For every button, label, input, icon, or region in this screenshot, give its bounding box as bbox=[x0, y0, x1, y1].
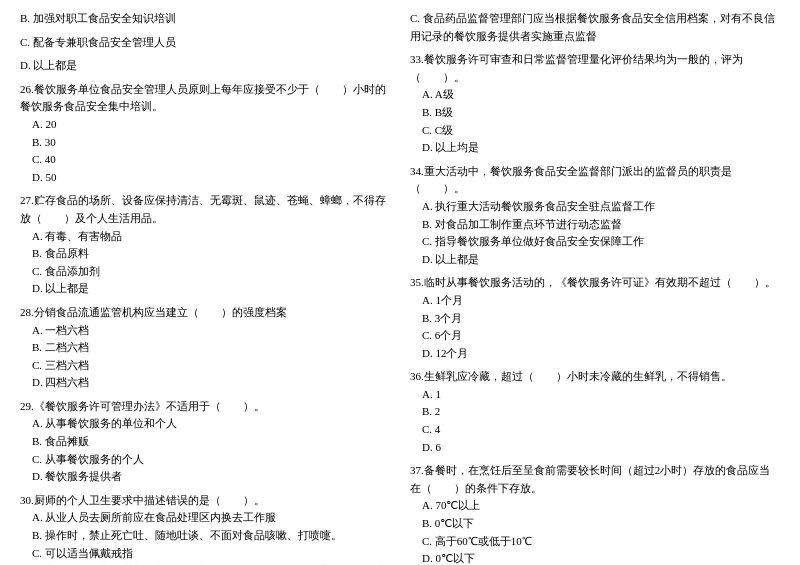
q36-options: A. 1 B. 2 C. 4 D. 6 bbox=[410, 386, 780, 456]
q34-opt-d: D. 以上都是 bbox=[422, 251, 780, 269]
question-27: 27.贮存食品的场所、设备应保持清洁、无霉斑、鼠迹、苍蝇、蟑螂，不得存放（ ）及… bbox=[20, 192, 390, 298]
q29-options: A. 从事餐饮服务的单位和个人 B. 食品摊贩 C. 从事餐饮服务的个人 D. … bbox=[20, 415, 390, 485]
q33-opt-c: C. C级 bbox=[422, 122, 780, 140]
continuation-b-content: 加强对职工食品安全知识培训 bbox=[33, 12, 176, 24]
q27-opt-c: C. 食品添加剂 bbox=[32, 263, 390, 281]
q35-opt-b: B. 3个月 bbox=[422, 310, 780, 328]
q26-opt-b: B. 30 bbox=[32, 134, 390, 152]
q28-text: 28.分销食品流通监管机构应当建立（ ）的强度档案 bbox=[20, 304, 390, 322]
q37-opt-d: D. 0℃以下 bbox=[422, 550, 780, 565]
q36-opt-d: D. 6 bbox=[422, 439, 780, 457]
q36-opt-b: B. 2 bbox=[422, 403, 780, 421]
q33-opt-d: D. 以上均是 bbox=[422, 139, 780, 157]
q28-options: A. 一档六档 B. 二档六档 C. 三档六档 D. 四档六档 bbox=[20, 322, 390, 392]
question-34: 34.重大活动中，餐饮服务食品安全监督部门派出的监督员的职责是（ ）。 A. 执… bbox=[410, 163, 780, 269]
q26-text: 26.餐饮服务单位食品安全管理人员原则上每年应接受不少于（ ）小时的餐饮服务食品… bbox=[20, 81, 390, 116]
q34-text: 34.重大活动中，餐饮服务食品安全监督部门派出的监督员的职责是（ ）。 bbox=[410, 163, 780, 198]
q37-text: 37.备餐时，在烹饪后至呈食前需要较长时间（超过2小时）存放的食品应当在（ ）的… bbox=[410, 462, 780, 497]
q33-text: 33.餐饮服务许可审查和日常监督管理量化评价结果均为一般的，评为（ ）。 bbox=[410, 51, 780, 86]
q28-opt-b: B. 二档六档 bbox=[32, 339, 390, 357]
q34-opt-a: A. 执行重大活动餐饮服务食品安全驻点监督工作 bbox=[422, 198, 780, 216]
question-continuation-c-right: C. 食品药品监督管理部门应当根据餐饮服务食品安全信用档案，对有不良信用记录的餐… bbox=[410, 10, 780, 45]
question-36: 36.生鲜乳应冷藏，超过（ ）小时未冷藏的生鲜乳，不得销售。 A. 1 B. 2… bbox=[410, 368, 780, 456]
q27-opt-b: B. 食品原料 bbox=[32, 245, 390, 263]
q33-opt-b: B. B级 bbox=[422, 104, 780, 122]
continuation-cr-text: 食品药品监督管理部门应当根据餐饮服务食品安全信用档案，对有不良信用记录的餐饮服务… bbox=[410, 12, 775, 42]
q35-text: 35.临时从事餐饮服务活动的，《餐饮服务许可证》有效期不超过（ ）。 bbox=[410, 274, 780, 292]
question-continuation-b: B. 加强对职工食品安全知识培训 bbox=[20, 10, 390, 28]
continuation-c-text: C. bbox=[20, 36, 30, 48]
question-30: 30.厨师的个人卫生要求中描述错误的是（ ）。 A. 从业人员去厕所前应在食品处… bbox=[20, 492, 390, 565]
continuation-cr-num: C. bbox=[410, 12, 420, 24]
q26-opt-c: C. 40 bbox=[32, 151, 390, 169]
q30-opt-a: A. 从业人员去厕所前应在食品处理区内换去工作服 bbox=[32, 509, 390, 527]
right-column: C. 食品药品监督管理部门应当根据餐饮服务食品安全信用档案，对有不良信用记录的餐… bbox=[410, 10, 780, 565]
q34-opt-c: C. 指导餐饮服务单位做好食品安全安保障工作 bbox=[422, 233, 780, 251]
q26-opt-a: A. 20 bbox=[32, 116, 390, 134]
q26-opt-d: D. 50 bbox=[32, 169, 390, 187]
q34-opt-b: B. 对食品加工制作重点环节进行动态监督 bbox=[422, 216, 780, 234]
question-28: 28.分销食品流通监管机构应当建立（ ）的强度档案 A. 一档六档 B. 二档六… bbox=[20, 304, 390, 392]
q30-text: 30.厨师的个人卫生要求中描述错误的是（ ）。 bbox=[20, 492, 390, 510]
q29-opt-b: B. 食品摊贩 bbox=[32, 433, 390, 451]
left-column: B. 加强对职工食品安全知识培训 C. 配备专兼职食品安全管理人员 D. 以上都… bbox=[20, 10, 390, 565]
q35-opt-d: D. 12个月 bbox=[422, 345, 780, 363]
q27-opt-a: A. 有毒、有害物品 bbox=[32, 228, 390, 246]
q27-options: A. 有毒、有害物品 B. 食品原料 C. 食品添加剂 D. 以上都是 bbox=[20, 228, 390, 298]
q37-options: A. 70℃以上 B. 0℃以下 C. 高于60℃或低于10℃ D. 0℃以下 bbox=[410, 497, 780, 565]
q29-opt-d: D. 餐饮服务提供者 bbox=[32, 468, 390, 486]
q33-opt-a: A. A级 bbox=[422, 86, 780, 104]
q36-opt-a: A. 1 bbox=[422, 386, 780, 404]
page-container: B. 加强对职工食品安全知识培训 C. 配备专兼职食品安全管理人员 D. 以上都… bbox=[20, 10, 780, 565]
q34-options: A. 执行重大活动餐饮服务食品安全驻点监督工作 B. 对食品加工制作重点环节进行… bbox=[410, 198, 780, 268]
q35-opt-a: A. 1个月 bbox=[422, 292, 780, 310]
question-continuation-c: C. 配备专兼职食品安全管理人员 bbox=[20, 34, 390, 52]
q30-opt-b: B. 操作时，禁止死亡吐、随地吐谈、不面对食品咳嗽、打喷嚏。 bbox=[32, 527, 390, 545]
q36-opt-c: C. 4 bbox=[422, 421, 780, 439]
continuation-b-text: B. bbox=[20, 12, 30, 24]
continuation-d-text: D. bbox=[20, 59, 31, 71]
q28-opt-a: A. 一档六档 bbox=[32, 322, 390, 340]
q27-opt-d: D. 以上都是 bbox=[32, 280, 390, 298]
q37-opt-c: C. 高于60℃或低于10℃ bbox=[422, 533, 780, 551]
q26-options: A. 20 B. 30 C. 40 D. 50 bbox=[20, 116, 390, 186]
q35-opt-c: C. 6个月 bbox=[422, 327, 780, 345]
q28-opt-c: C. 三档六档 bbox=[32, 357, 390, 375]
question-26: 26.餐饮服务单位食品安全管理人员原则上每年应接受不少于（ ）小时的餐饮服务食品… bbox=[20, 81, 390, 187]
q28-opt-d: D. 四档六档 bbox=[32, 374, 390, 392]
q27-text: 27.贮存食品的场所、设备应保持清洁、无霉斑、鼠迹、苍蝇、蟑螂，不得存放（ ）及… bbox=[20, 192, 390, 227]
q29-opt-a: A. 从事餐饮服务的单位和个人 bbox=[32, 415, 390, 433]
two-column-layout: B. 加强对职工食品安全知识培训 C. 配备专兼职食品安全管理人员 D. 以上都… bbox=[20, 10, 780, 565]
question-29: 29.《餐饮服务许可管理办法》不适用于（ ）。 A. 从事餐饮服务的单位和个人 … bbox=[20, 398, 390, 486]
question-35: 35.临时从事餐饮服务活动的，《餐饮服务许可证》有效期不超过（ ）。 A. 1个… bbox=[410, 274, 780, 362]
q29-text: 29.《餐饮服务许可管理办法》不适用于（ ）。 bbox=[20, 398, 390, 416]
question-continuation-d: D. 以上都是 bbox=[20, 57, 390, 75]
q37-opt-a: A. 70℃以上 bbox=[422, 497, 780, 515]
q30-options: A. 从业人员去厕所前应在食品处理区内换去工作服 B. 操作时，禁止死亡吐、随地… bbox=[20, 509, 390, 565]
continuation-c-content: 配备专兼职食品安全管理人员 bbox=[33, 36, 176, 48]
question-33: 33.餐饮服务许可审查和日常监督管理量化评价结果均为一般的，评为（ ）。 A. … bbox=[410, 51, 780, 157]
q37-opt-b: B. 0℃以下 bbox=[422, 515, 780, 533]
q29-opt-c: C. 从事餐饮服务的个人 bbox=[32, 451, 390, 469]
continuation-d-content: 以上都是 bbox=[33, 59, 77, 71]
q35-options: A. 1个月 B. 3个月 C. 6个月 D. 12个月 bbox=[410, 292, 780, 362]
q33-options: A. A级 B. B级 C. C级 D. 以上均是 bbox=[410, 86, 780, 156]
question-37: 37.备餐时，在烹饪后至呈食前需要较长时间（超过2小时）存放的食品应当在（ ）的… bbox=[410, 462, 780, 565]
q30-opt-c: C. 可以适当佩戴戒指 bbox=[32, 545, 390, 563]
q36-text: 36.生鲜乳应冷藏，超过（ ）小时未冷藏的生鲜乳，不得销售。 bbox=[410, 368, 780, 386]
